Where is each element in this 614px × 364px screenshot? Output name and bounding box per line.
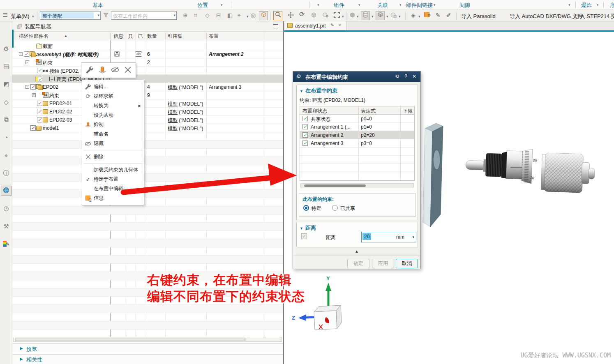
radio-shared-label[interactable]: 已共享 xyxy=(340,205,355,212)
close-icon[interactable]: ✕ xyxy=(412,74,416,79)
menu-button[interactable]: 菜单(M) xyxy=(11,13,30,20)
assembly-icon[interactable] xyxy=(30,51,36,57)
render-style-icon[interactable] xyxy=(349,12,355,19)
pattern-component-icon[interactable]: ⊟ xyxy=(216,12,221,18)
tree-item-label[interactable]: 截面 xyxy=(43,43,53,50)
hamburger-icon[interactable]: ☰ xyxy=(3,12,8,18)
undock-window-icon[interactable] xyxy=(273,24,278,28)
mirror-assembly-icon[interactable]: ◧ xyxy=(227,12,233,18)
quantity-value[interactable]: 6 xyxy=(147,51,150,57)
tree-expander-icon[interactable]: − xyxy=(25,85,29,89)
chevron-down-icon[interactable]: ▾ xyxy=(221,3,223,7)
reference-set-value[interactable]: 模型 ("MODEL") xyxy=(168,125,203,132)
chevron-down-icon[interactable]: ▾ xyxy=(342,14,344,18)
chevron-down-icon[interactable]: ▾ xyxy=(434,3,436,7)
tab-interpart-links[interactable]: 部件间链接 xyxy=(406,2,433,9)
column-descriptive-part-name[interactable]: 描述性部件名 xyxy=(19,33,48,40)
tab-position[interactable]: 位置 xyxy=(197,2,208,9)
tab-clearance[interactable]: 间隙 xyxy=(459,2,470,9)
checkbox-red[interactable]: ✓ xyxy=(24,51,29,57)
arrangement-row[interactable]: ✓Arrangement 3p3=0 xyxy=(300,139,414,147)
checkbox-green[interactable]: ✓ xyxy=(302,141,308,146)
constraints-icon[interactable]: ⋈ xyxy=(43,92,48,98)
find-component-icon[interactable]: ⌖ xyxy=(0,152,12,159)
tree-expander-icon[interactable]: − xyxy=(25,60,29,64)
checkbox-red[interactable]: ✓ xyxy=(37,101,42,106)
checkbox-red[interactable]: ✓ xyxy=(30,125,36,131)
fit-view-icon[interactable] xyxy=(334,12,340,19)
checkbox-green[interactable]: ✓ xyxy=(302,124,308,129)
radio-specific-label[interactable]: 特定 xyxy=(312,205,321,212)
expand-arrow-icon[interactable]: ▶ xyxy=(20,357,23,361)
checkbox-red[interactable]: ✓ xyxy=(37,117,42,122)
clipped-toolbar-icon[interactable]: ⧉ xyxy=(611,12,614,18)
cancel-button[interactable]: 取消 xyxy=(396,259,418,268)
chevron-down-icon[interactable]: ▾ xyxy=(317,3,319,7)
section-constraints-in-arrangements[interactable]: ▼在布置中约束 xyxy=(300,87,337,94)
menu-item-[interactable]: 隐藏 xyxy=(82,139,144,148)
rotate-view-icon[interactable]: ⟳ xyxy=(299,11,305,18)
checkbox-red[interactable]: ✓ xyxy=(30,84,36,90)
part-tab-assembly1[interactable]: assembly1.prt ✎ ✕ xyxy=(285,21,346,30)
chevron-down-icon[interactable]: ▾ xyxy=(173,13,175,17)
part-icon[interactable] xyxy=(36,126,42,131)
menu-item-[interactable]: ⟳循环求解 xyxy=(82,92,144,101)
part-icon[interactable] xyxy=(43,117,48,122)
menu-item-[interactable]: 设为从动 xyxy=(82,111,144,120)
roles-gear-icon[interactable]: ⚙ xyxy=(0,45,12,53)
column-info[interactable]: 信息 xyxy=(113,33,123,40)
snap-point-icon[interactable]: ⊕ xyxy=(183,12,188,18)
chevron-down-icon[interactable]: ▾ xyxy=(399,14,401,18)
datum-display-icon[interactable]: ◈ xyxy=(411,12,415,18)
show-constraints-icon[interactable]: ⌖ xyxy=(238,12,241,18)
assembly-navigator-icon[interactable]: ▤ xyxy=(0,62,12,70)
reference-set-value[interactable]: 模型 ("MODEL") xyxy=(168,101,203,108)
section-distance[interactable]: ▼距离 xyxy=(300,224,316,232)
constraints-icon[interactable]: ⋈ xyxy=(36,60,42,65)
info-palette-icon[interactable]: ⓘ xyxy=(0,169,12,177)
section-collapse-icon[interactable]: ▼ xyxy=(300,89,303,93)
brush-icon[interactable]: ✎ xyxy=(436,12,441,18)
chevron-down-icon[interactable]: ▾ xyxy=(399,3,402,7)
suppress-icon[interactable] xyxy=(97,66,108,75)
import-step214-button[interactable]: 导入 STEP214 文件 xyxy=(575,13,614,20)
ok-button[interactable]: 确定 xyxy=(347,259,369,268)
constraint-navigator-icon[interactable]: ◩ xyxy=(0,81,12,88)
column-arrangement[interactable]: 布置 xyxy=(209,33,219,40)
distance-input[interactable]: 20 mm ▾ xyxy=(361,232,416,242)
preview-section[interactable]: ▶ 预览 xyxy=(12,343,283,353)
tab-components[interactable]: 组件 xyxy=(334,2,344,9)
chevron-down-icon[interactable]: ▾ xyxy=(97,13,99,17)
menu-item-[interactable]: 转换为▶ xyxy=(82,101,144,111)
reference-set-value[interactable]: 模型 ("MODEL") xyxy=(168,117,203,124)
tree-expander-icon[interactable]: + xyxy=(32,93,36,97)
distance-value[interactable]: 20 xyxy=(362,233,371,240)
tree-row[interactable]: ✓↔距离 (EPD02, MODEL1) xyxy=(12,75,283,83)
arrangement-value[interactable]: Arrangement 2 xyxy=(209,51,244,57)
chevron-down-icon[interactable]: ▾ xyxy=(386,14,388,18)
column-reference-set[interactable]: 引用集 xyxy=(168,33,182,40)
apply-button[interactable]: 应用 xyxy=(372,259,394,268)
column-quantity[interactable]: 数量 xyxy=(147,33,157,40)
3d-model-view[interactable]: 20 10 xyxy=(418,119,614,238)
col-lower-limit[interactable]: 下限 xyxy=(403,108,413,115)
tree-row[interactable]: +⋈约束9 xyxy=(12,91,283,99)
shaded-with-edges-button[interactable] xyxy=(361,11,370,20)
filter-funnel-icon[interactable] xyxy=(103,13,108,19)
trimetric-view-button[interactable] xyxy=(259,11,268,20)
checkbox-green[interactable]: ✓ xyxy=(302,132,308,138)
menu-item-[interactable]: 抑制 xyxy=(82,120,144,129)
col-arrangement-status[interactable]: 布置和状态 xyxy=(302,108,327,115)
chevron-down-icon[interactable]: ▾ xyxy=(418,14,420,18)
quantity-value[interactable]: 9 xyxy=(147,92,150,98)
web-browser-icon[interactable] xyxy=(1,186,12,196)
wireframe-button[interactable] xyxy=(376,11,385,20)
checkbox-green[interactable]: ✓ xyxy=(37,68,42,73)
chevron-down-icon[interactable]: ▾ xyxy=(412,235,414,239)
work-part-filter-combo[interactable]: 仅在工作部件内 ▾ xyxy=(111,11,177,20)
tree-row[interactable]: ✓EPD02-01模型 ("MODEL") xyxy=(12,99,283,108)
import-parasolid-button[interactable]: 导入 Parasolid xyxy=(461,13,496,20)
tree-row[interactable]: −✓assembly1 (顺序: 时间顺序)ab6Arrangement 2 xyxy=(12,50,283,58)
tab-relations[interactable]: 关联 xyxy=(377,2,388,9)
tab-sequence[interactable]: 序 xyxy=(610,2,614,9)
